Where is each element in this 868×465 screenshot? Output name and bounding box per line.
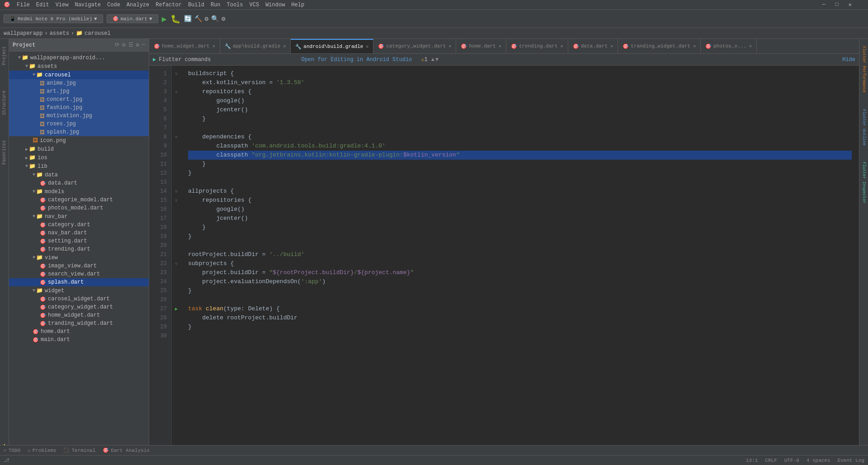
- sidebar-tab-project[interactable]: Project: [1, 43, 8, 69]
- tree-item-nav-bar-dart[interactable]: 🎯 nav_bar.dart: [9, 229, 149, 237]
- tree-item-category-dart[interactable]: 🎯 category.dart: [9, 221, 149, 229]
- tools-icon[interactable]: ⚙: [205, 15, 208, 23]
- tree-item-fashion[interactable]: 🖼 fashion.jpg: [9, 104, 149, 112]
- tree-item-carousel[interactable]: ▼ 📁 carousel: [9, 71, 149, 79]
- tab-category-widget[interactable]: 🎯 category_widget.dart ✕: [373, 39, 456, 53]
- tab-home-widget[interactable]: 🎯 home_widget.dart ✕: [149, 39, 220, 53]
- build-icon[interactable]: 🔨: [194, 15, 202, 23]
- sync-files-icon[interactable]: ⟳: [115, 42, 119, 48]
- tab-close-icon[interactable]: ✕: [499, 43, 501, 49]
- indent[interactable]: 4 spaces: [807, 458, 830, 463]
- tab-close-icon[interactable]: ✕: [448, 43, 451, 49]
- tree-item-home-dart[interactable]: 🎯 home.dart: [9, 327, 149, 336]
- tree-item-ios[interactable]: ▶ 📁 ios: [9, 153, 149, 162]
- tree-item-anime[interactable]: 🖼 anime.jpg: [9, 79, 149, 87]
- tree-item-photos-model[interactable]: 🎯 photos_model.dart: [9, 204, 149, 212]
- tree-item-art[interactable]: 🖼 art.jpg: [9, 87, 149, 95]
- tree-item-motivation[interactable]: 🖼 motivation.jpg: [9, 112, 149, 120]
- tree-item-concert[interactable]: 🖼 concert.jpg: [9, 95, 149, 104]
- gutter-27[interactable]: ▶: [172, 304, 181, 313]
- gutter-8[interactable]: ▽: [172, 133, 181, 142]
- menu-navigate[interactable]: Navigate: [75, 2, 101, 8]
- sidebar-tab-structure[interactable]: Structure: [1, 87, 8, 119]
- tree-item-tranding-widget[interactable]: 🎯 tranding_widget.dart: [9, 319, 149, 327]
- run-button[interactable]: ▶: [162, 14, 167, 24]
- search-icon[interactable]: 🔍: [211, 15, 219, 23]
- tree-item-view[interactable]: ▼ 📁 view: [9, 253, 149, 262]
- tab-data[interactable]: 🎯 data.dart ✕: [568, 39, 618, 53]
- collapse-all-icon[interactable]: ⊟: [122, 42, 125, 48]
- tab-close-icon[interactable]: ✕: [366, 44, 368, 49]
- menu-build[interactable]: Build: [188, 2, 204, 8]
- menu-vcs[interactable]: VCS: [250, 2, 259, 8]
- breadcrumb-carousel[interactable]: carousel: [85, 30, 111, 37]
- right-tab-outline[interactable]: Flutter Outline: [861, 105, 867, 149]
- tree-item-root[interactable]: ▼ 📁 wallpaperapp-android...: [9, 53, 149, 62]
- menu-help[interactable]: Help: [291, 2, 304, 8]
- tree-item-setting-dart[interactable]: 🎯 setting.dart: [9, 237, 149, 245]
- menu-file[interactable]: File: [17, 2, 30, 8]
- debug-button[interactable]: 🐛: [170, 14, 180, 24]
- window-maximize[interactable]: □: [835, 1, 839, 8]
- bottom-tab-terminal[interactable]: ⬛ Terminal: [63, 447, 95, 453]
- tree-item-splash-jpg[interactable]: 🖼 splash.jpg: [9, 128, 149, 136]
- hide-link[interactable]: Hide: [842, 57, 855, 63]
- right-tab-inspector[interactable]: Flutter Inspector: [861, 158, 867, 207]
- fold-down-icon[interactable]: ▼: [435, 57, 439, 63]
- sync-icon[interactable]: 🔄: [184, 15, 192, 23]
- settings-panel-icon[interactable]: ⚙: [136, 42, 139, 48]
- fold-up-icon[interactable]: ▲: [431, 57, 434, 63]
- sidebar-tab-favorites[interactable]: Favorites: [1, 137, 8, 168]
- breadcrumb-assets[interactable]: assets: [50, 30, 69, 37]
- gutter-15[interactable]: ▽: [172, 196, 181, 205]
- tab-close-icon[interactable]: ✕: [561, 43, 563, 49]
- settings-icon[interactable]: ⚙: [222, 15, 225, 23]
- tab-close-icon[interactable]: ✕: [693, 43, 696, 49]
- tree-item-lib[interactable]: ▼ 📁 lib: [9, 162, 149, 171]
- menu-tools[interactable]: Tools: [227, 2, 243, 8]
- tab-close-icon[interactable]: ✕: [749, 43, 752, 49]
- menu-edit[interactable]: Edit: [36, 2, 49, 8]
- tree-item-search-view[interactable]: 🎯 search_view.dart: [9, 270, 149, 278]
- tab-close-icon[interactable]: ✕: [212, 43, 215, 49]
- filter-icon[interactable]: ☰: [128, 42, 133, 48]
- tree-item-assets[interactable]: ▼ 📁 assets: [9, 62, 149, 71]
- tab-android-build[interactable]: 🔧 android\build.gradle ✕: [291, 39, 373, 53]
- menu-window[interactable]: Window: [265, 2, 285, 8]
- tree-item-data-folder[interactable]: ▼ 📁 data: [9, 171, 149, 179]
- tree-item-nav-bar[interactable]: ▼ 📁 nav_bar: [9, 212, 149, 221]
- code-content[interactable]: buildscript { ext.kotlin_version = '1.3.…: [181, 66, 859, 455]
- bottom-tab-todo[interactable]: ✓ TODO: [4, 447, 20, 453]
- tree-item-categorie-model[interactable]: 🎯 categorie_model.dart: [9, 196, 149, 204]
- device-selector[interactable]: 📱 Redmi Note 8 Pro (mobile) ▼: [4, 14, 103, 23]
- tree-item-carosel-widget[interactable]: 🎯 carosel_widget.dart: [9, 295, 149, 303]
- window-minimize[interactable]: ─: [822, 1, 825, 8]
- tree-item-data-dart[interactable]: 🎯 data.dart: [9, 179, 149, 187]
- gutter-14[interactable]: ▽: [172, 187, 181, 196]
- charset[interactable]: UTF-8: [784, 458, 799, 463]
- open-in-studio-link[interactable]: Open for Editing in Android Studio: [301, 57, 412, 63]
- tree-item-trending-dart[interactable]: 🎯 trending.dart: [9, 245, 149, 253]
- tree-item-build[interactable]: ▶ 📁 build: [9, 145, 149, 153]
- cursor-position[interactable]: 13:1: [746, 458, 758, 463]
- tree-item-home-widget[interactable]: 🎯 home_widget.dart: [9, 311, 149, 319]
- window-close[interactable]: ✕: [849, 1, 852, 8]
- bottom-tab-problems[interactable]: ⚠ Problems: [28, 447, 56, 453]
- tab-close-icon[interactable]: ✕: [283, 43, 286, 49]
- menu-view[interactable]: View: [56, 2, 69, 8]
- tree-item-roses[interactable]: 🖼 roses.jpg: [9, 120, 149, 128]
- gutter-22[interactable]: ▽: [172, 259, 181, 268]
- tree-item-splash-dart[interactable]: 🎯 splash.dart: [9, 278, 149, 286]
- tree-item-widget[interactable]: ▼ 📁 widget: [9, 286, 149, 295]
- line-ending[interactable]: CRLF: [765, 458, 777, 463]
- tree-item-models[interactable]: ▼ 📁 models: [9, 187, 149, 196]
- tab-trending[interactable]: 🎯 trending.dart ✕: [506, 39, 568, 53]
- breadcrumb-app[interactable]: wallpaperapp: [4, 30, 42, 37]
- event-log[interactable]: Event Log: [838, 458, 864, 463]
- menu-run[interactable]: Run: [211, 2, 221, 8]
- menu-code[interactable]: Code: [107, 2, 120, 8]
- menu-refactor[interactable]: Refactor: [156, 2, 182, 8]
- right-tab-performance[interactable]: Flutter Performance: [861, 43, 867, 96]
- tree-item-image-view[interactable]: 🎯 image_view.dart: [9, 262, 149, 270]
- tab-close-icon[interactable]: ✕: [610, 43, 613, 49]
